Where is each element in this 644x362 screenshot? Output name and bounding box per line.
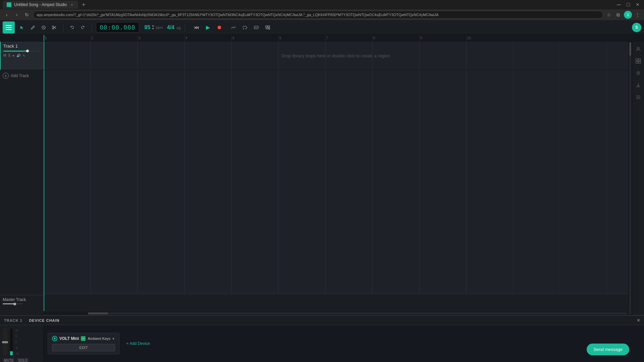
horizontal-scrollbar[interactable] [44, 311, 628, 315]
close-window-btn[interactable]: × [634, 1, 641, 8]
track1-header[interactable]: Track 1 M S ● 🔊 ∿ [0, 42, 43, 70]
browser-nav: ‹ › ↻ app.ampedstudio.com/?_gl=1*zkt20c*… [0, 9, 644, 20]
separator-2 [92, 23, 92, 32]
svg-rect-11 [268, 28, 270, 29]
forward-btn[interactable]: › [13, 11, 21, 19]
track1-mute-btn[interactable]: M [3, 54, 6, 57]
svg-rect-16 [639, 61, 641, 63]
active-tab[interactable]: Untitled Song - Amped Studio × [3, 1, 78, 9]
device-power-btn[interactable] [52, 336, 57, 341]
h-scroll-track[interactable] [88, 312, 627, 314]
undo-btn[interactable] [67, 23, 77, 32]
address-bar[interactable]: app.ampedstudio.com/?_gl=1*zkt20c*_ga*MT… [33, 11, 603, 19]
menu-button[interactable] [3, 21, 15, 34]
device-chain-label: DEVICE CHAIN [29, 318, 60, 322]
vertical-scrollbar[interactable] [628, 42, 632, 315]
add-track-area[interactable]: + Add Track [0, 70, 43, 81]
sidebar-right-icon-1[interactable] [634, 44, 643, 54]
device-preset-dropdown[interactable]: Ambient Keys ▼ [88, 337, 115, 341]
bpm-up-btn[interactable]: ▲ [152, 24, 154, 27]
more-btn[interactable]: ⋮ [634, 11, 641, 18]
drop-hint: Drop library loops here or double click … [281, 53, 390, 58]
master-volume[interactable] [3, 303, 23, 304]
bpm-down-btn[interactable]: ▼ [152, 27, 154, 30]
sidebar-right-icon-4[interactable] [634, 80, 643, 90]
v-scroll-thumb[interactable] [629, 42, 631, 56]
maximize-btn[interactable]: □ [625, 1, 632, 8]
v-scroll-track[interactable] [629, 42, 631, 314]
master-volume-fill [3, 303, 15, 304]
track1-eq-btn[interactable]: ∿ [22, 54, 25, 57]
svg-rect-18 [636, 86, 640, 87]
svg-rect-8 [266, 26, 267, 27]
timeline-ruler: 1 2 3 4 5 6 7 8 9 10 [44, 35, 640, 42]
solo-btn[interactable]: SOLO [17, 358, 29, 362]
master-volume-knob[interactable] [13, 303, 16, 305]
profile-btn[interactable]: S [624, 11, 632, 19]
record-btn[interactable]: ⏺ [215, 23, 224, 32]
bottom-panel: TRACK 1 DEVICE CHAIN × [0, 315, 644, 362]
ruler-row: 1 2 3 4 5 6 7 8 9 10 [0, 35, 644, 42]
track1-name: Track 1 [3, 44, 41, 49]
app: 00:00.000 85 ▲ ▼ bpm 4/4 sig ⏮ ▶ ⏺ [0, 20, 644, 362]
undo-redo-group [67, 23, 88, 32]
redo-btn[interactable] [78, 23, 88, 32]
track1-canvas[interactable]: Drop library loops here or double click … [44, 42, 628, 70]
quantize-btn[interactable] [263, 23, 272, 32]
svg-point-1 [52, 26, 54, 27]
separator-3 [185, 23, 185, 32]
power-dot [54, 338, 56, 340]
tool-group [17, 23, 59, 32]
tab-close-btn[interactable]: × [69, 2, 74, 7]
mute-btn[interactable]: MUTE [3, 358, 15, 362]
bpm-arrows[interactable]: ▲ ▼ [152, 24, 154, 30]
track-headers: Track 1 M S ● 🔊 ∿ [0, 42, 44, 315]
refresh-btn[interactable]: ↻ [23, 11, 31, 19]
url-text: app.ampedstudio.com/?_gl=1*zkt20c*_ga*MT… [37, 13, 438, 17]
device-edit-btn[interactable]: EDIT [52, 344, 115, 351]
track-info-bottom: 12 6 0 -6 -12 MUTE SOLO 🎤 ≡ [0, 325, 44, 362]
track1-volume-icon[interactable]: 🔊 [16, 54, 20, 57]
canvas-filler[interactable] [44, 70, 628, 311]
select-tool-btn[interactable] [17, 23, 27, 32]
clock-tool-btn[interactable] [39, 23, 48, 32]
canvas-area: Drop library loops here or double click … [44, 42, 628, 315]
svg-point-7 [257, 27, 257, 28]
browser-nav-right: ☆ ⧉ S ⋮ [605, 11, 641, 19]
master-track-name: Master Track [3, 297, 41, 302]
sidebar-right-icon-5[interactable] [634, 93, 643, 102]
transport-extra [229, 23, 272, 32]
play-btn[interactable]: ▶ [203, 23, 213, 32]
scissors-tool-btn[interactable] [50, 23, 59, 32]
track1-record-btn[interactable]: ● [12, 54, 14, 57]
back-btn[interactable]: ‹ [3, 11, 11, 19]
loop-btn[interactable] [240, 23, 250, 32]
skip-start-btn[interactable]: ⏮ [192, 23, 201, 32]
h-scroll-thumb[interactable] [88, 312, 108, 314]
profile-avatar[interactable]: S [632, 23, 641, 32]
time-sig-label: sig [176, 26, 181, 30]
playhead [44, 35, 44, 41]
time-sig-display: 4/4 sig [167, 24, 181, 31]
transport-group: ⏮ ▶ ⏺ [192, 23, 224, 32]
pencil-tool-btn[interactable] [28, 23, 38, 32]
bottom-panel-body: 12 6 0 -6 -12 MUTE SOLO 🎤 ≡ [0, 325, 644, 362]
device-item-1: VOLT Mini ⌁ Ambient Keys ▼ EDIT [48, 333, 119, 354]
bottom-panel-close-btn[interactable]: × [637, 317, 640, 323]
sidebar-right-icon-2[interactable] [634, 56, 643, 66]
track-bottom-controls: MUTE SOLO [3, 358, 41, 362]
track-fader-knob[interactable] [2, 341, 8, 343]
midi-btn[interactable] [252, 23, 261, 32]
track1-controls: M S ● 🔊 ∿ [3, 54, 41, 57]
add-device-btn[interactable]: + Add Device [123, 339, 153, 349]
minimize-btn[interactable]: ─ [615, 1, 623, 8]
tab-favicon [7, 2, 11, 7]
bookmark-btn[interactable]: ☆ [605, 11, 612, 18]
send-message-btn[interactable]: Send message [587, 344, 629, 355]
automation-btn[interactable] [229, 23, 238, 32]
sidebar-right-icon-3[interactable] [634, 68, 643, 78]
time-display: 00:00.000 [96, 22, 139, 33]
new-tab-button[interactable]: + [79, 1, 88, 9]
track1-solo-btn[interactable]: S [8, 54, 10, 57]
extensions-btn[interactable]: ⧉ [614, 11, 622, 18]
